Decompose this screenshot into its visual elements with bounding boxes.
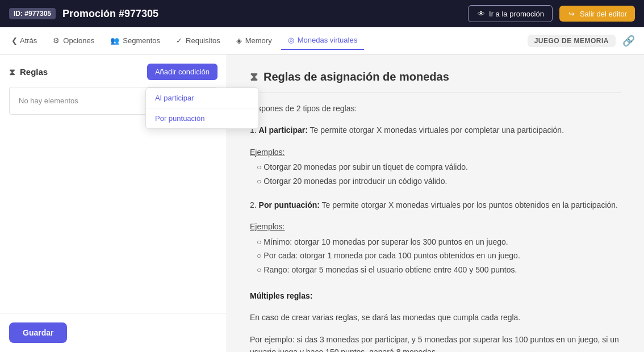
add-condition-button[interactable]: Añadir condición (147, 64, 218, 80)
back-button[interactable]: ❮ Atrás (5, 32, 44, 49)
exit-editor-button[interactable]: ↪ Salir del editor (559, 6, 635, 22)
main-layout: ⧗ Reglas Añadir condición No hay element… (0, 55, 644, 352)
left-panel-footer: Guardar (0, 313, 227, 352)
nav-monedas[interactable]: ◎ Monedas virtuales (281, 31, 365, 50)
options-icon: ⚙ (53, 36, 60, 45)
go-to-promo-button[interactable]: 👁 Ir a la promoción (468, 5, 553, 22)
list-item: Otorgar 20 monedas por introducir un cód… (257, 175, 621, 187)
left-panel-header: ⧗ Reglas Añadir condición (0, 55, 227, 87)
nav-opciones[interactable]: ⚙ Opciones (46, 32, 101, 49)
segments-icon: 👥 (110, 36, 119, 45)
save-button[interactable]: Guardar (9, 322, 67, 343)
intro-text: Dispones de 2 tipos de reglas: (250, 102, 621, 115)
topbar: ID: #977305 Promoción #977305 👁 Ir a la … (0, 0, 644, 27)
list-item: Rango: otorgar 5 monedas si el usuario o… (257, 263, 621, 276)
multiple-title: Múltiples reglas: (250, 290, 621, 302)
multiple-text2: Por ejemplo: si das 3 monedas por partic… (250, 333, 621, 352)
list-item: Por cada: otorgar 1 moneda por cada 100 … (257, 249, 621, 262)
rule1-examples: Otorgar 20 monedas por subir un tíquet d… (250, 161, 621, 187)
chevron-left-icon: ❮ (11, 36, 18, 45)
dropdown-menu: Al participar Por puntuación (145, 87, 259, 129)
rule1-section: 1. Al participar: Te permite otorgar X m… (250, 124, 621, 187)
filter-large-icon: ⧗ (250, 70, 258, 83)
topbar-title: Promoción #977305 (62, 8, 461, 20)
dropdown-item-participar[interactable]: Al participar (146, 88, 258, 108)
nav-memory[interactable]: ◈ Memory (229, 32, 279, 49)
rule2-text: 2. Por puntuación: Te permite otorgar X … (250, 199, 621, 211)
filter-icon: ⧗ (9, 67, 15, 77)
list-item: Otorgar 20 monedas por subir un tíquet d… (257, 161, 621, 173)
nav-segmentos[interactable]: 👥 Segmentos (103, 32, 167, 49)
rule1-text: 1. Al participar: Te permite otorgar X m… (250, 124, 621, 136)
reglas-title: ⧗ Reglas (9, 67, 48, 77)
right-panel: ⧗ Reglas de asignación de monedas Dispon… (227, 55, 644, 352)
memory-icon: ◈ (236, 36, 242, 45)
panel-body: Dispones de 2 tipos de reglas: 1. Al par… (250, 102, 621, 352)
coins-icon: ◎ (288, 36, 294, 44)
rule1-examples-label: Ejemplos: (250, 146, 621, 158)
exit-icon: ↪ (567, 9, 576, 18)
left-panel: ⧗ Reglas Añadir condición No hay element… (0, 55, 227, 352)
multiple-section: Múltiples reglas: En caso de crear varia… (250, 290, 621, 352)
rule2-section: 2. Por puntuación: Te permite otorgar X … (250, 199, 621, 276)
list-item: Mínimo: otorgar 10 monedas por superar l… (257, 236, 621, 248)
right-panel-title: ⧗ Reglas de asignación de monedas (250, 70, 621, 93)
nav-requisitos[interactable]: ✓ Requisitos (169, 32, 227, 49)
game-badge: JUEGO DE MEMORIA (528, 35, 616, 47)
requisitos-icon: ✓ (176, 36, 182, 45)
navbar: ❮ Atrás ⚙ Opciones 👥 Segmentos ✓ Requisi… (0, 27, 644, 55)
rule2-examples-label: Ejemplos: (250, 220, 621, 233)
eye-icon: 👁 (476, 9, 486, 18)
dropdown-item-puntuacion[interactable]: Por puntuación (146, 108, 258, 128)
multiple-text1: En caso de crear varias reglas, se dará … (250, 311, 621, 324)
link-icon[interactable]: 🔗 (618, 32, 639, 49)
id-badge: ID: #977305 (9, 8, 56, 19)
rule2-examples: Mínimo: otorgar 10 monedas por superar l… (250, 236, 621, 276)
